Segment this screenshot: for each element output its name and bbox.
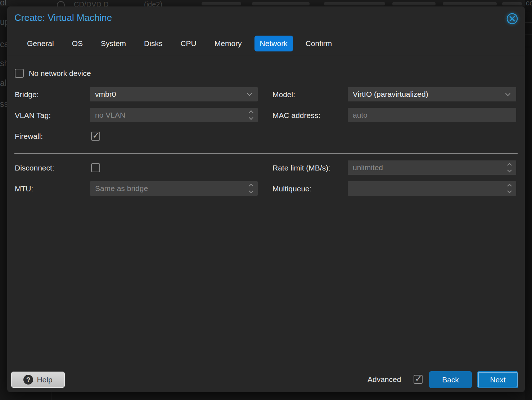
multiqueue-label: Multiqueue: xyxy=(272,185,312,193)
mac-address-input[interactable]: auto xyxy=(348,108,516,122)
chevron-down-icon[interactable] xyxy=(247,91,252,96)
rate-limit-label: Rate limit (MB/s): xyxy=(272,164,330,172)
model-value: VirtIO (paravirtualized) xyxy=(353,90,428,99)
background-dim-text xyxy=(252,2,310,5)
check-icon: ✓ xyxy=(92,130,100,141)
bridge-select[interactable]: vmbr0 xyxy=(90,87,258,101)
number-spinner[interactable] xyxy=(508,185,511,193)
chevron-down-icon[interactable] xyxy=(505,91,510,96)
close-icon[interactable] xyxy=(506,13,518,25)
number-spinner[interactable] xyxy=(508,164,511,172)
mtu-label: MTU: xyxy=(15,185,33,193)
tab-disks[interactable]: Disks xyxy=(139,36,168,51)
model-label: Model: xyxy=(272,90,295,99)
background-dim-text xyxy=(502,2,522,5)
tab-cpu[interactable]: CPU xyxy=(175,36,202,51)
tab-os[interactable]: OS xyxy=(67,36,88,51)
background-text-fragment: (ide2) xyxy=(144,0,162,6)
background-text-fragment: CD/DVD D xyxy=(74,0,109,6)
vlan-tag-label: VLAN Tag: xyxy=(15,111,51,120)
mtu-input[interactable]: Same as bridge xyxy=(90,181,258,196)
wizard-tabs: General OS System Disks CPU Memory Netwo… xyxy=(22,36,337,51)
number-spinner[interactable] xyxy=(249,111,253,119)
background-dim-text xyxy=(443,2,497,5)
vlan-tag-input[interactable]: no VLAN xyxy=(90,108,258,122)
tab-network[interactable]: Network xyxy=(254,36,293,51)
vlan-tag-placeholder: no VLAN xyxy=(95,111,125,119)
mac-address-label: MAC address: xyxy=(272,111,320,120)
back-button[interactable]: Back xyxy=(429,371,472,388)
create-vm-dialog: Create: Virtual Machine General OS Syste… xyxy=(7,6,525,392)
tab-general[interactable]: General xyxy=(22,36,59,51)
background-page-top: CD/DVD D (ide2) xyxy=(0,0,532,6)
tab-memory[interactable]: Memory xyxy=(209,36,247,51)
help-button[interactable]: ? Help xyxy=(11,372,65,388)
background-page-right: co xyxy=(525,0,532,400)
tab-system[interactable]: System xyxy=(95,36,131,51)
model-select[interactable]: VirtIO (paravirtualized) xyxy=(348,87,516,101)
background-dim-text xyxy=(202,2,241,5)
background-dim-text xyxy=(392,2,436,5)
background-radio-icon xyxy=(57,1,65,6)
bridge-label: Bridge: xyxy=(15,90,39,99)
firewall-label: Firewall: xyxy=(15,132,43,141)
advanced-label: Advanced xyxy=(368,375,401,384)
tabbar-divider xyxy=(7,55,525,55)
background-text-fragment: ol xyxy=(0,0,6,8)
tab-confirm[interactable]: Confirm xyxy=(300,36,338,51)
disconnect-checkbox[interactable]: ✓ xyxy=(91,163,100,172)
rate-limit-placeholder: unlimited xyxy=(353,163,383,172)
background-column-divider xyxy=(51,392,51,400)
help-button-label: Help xyxy=(37,376,52,384)
next-button[interactable]: Next xyxy=(477,371,518,388)
check-icon: ✓ xyxy=(415,373,423,384)
no-network-device-label: No network device xyxy=(29,69,91,78)
rate-limit-input[interactable]: unlimited xyxy=(348,160,516,175)
number-spinner[interactable] xyxy=(249,185,253,193)
advanced-checkbox[interactable]: ✓ xyxy=(414,375,423,384)
background-text-fragment: co xyxy=(526,0,532,7)
bridge-value: vmbr0 xyxy=(95,90,116,99)
question-mark-icon: ? xyxy=(23,375,33,385)
firewall-checkbox[interactable]: ✓ xyxy=(91,132,100,141)
no-network-device-checkbox[interactable]: ✓ xyxy=(15,69,24,78)
mtu-placeholder: Same as bridge xyxy=(95,184,148,193)
multiqueue-input[interactable] xyxy=(348,181,516,196)
advanced-section-divider xyxy=(14,153,518,154)
disconnect-label: Disconnect: xyxy=(15,164,54,172)
dialog-title: Create: Virtual Machine xyxy=(14,12,112,23)
mac-address-placeholder: auto xyxy=(353,111,368,119)
background-dim-text xyxy=(324,2,385,5)
